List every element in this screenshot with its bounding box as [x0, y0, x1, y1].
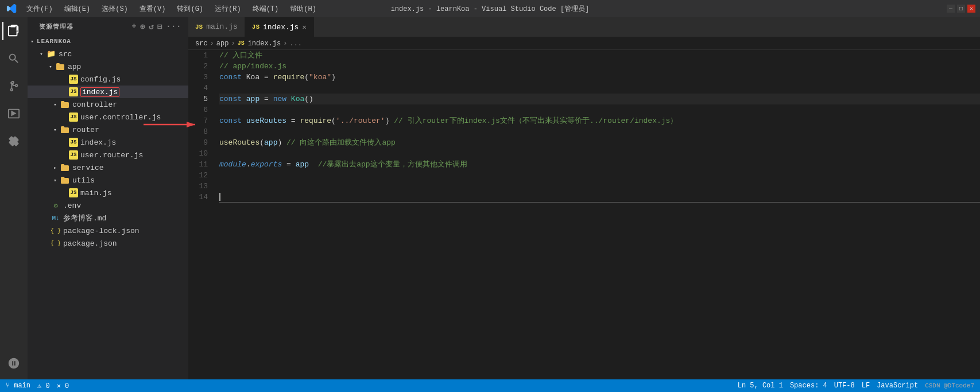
- line-num-2: 2: [191, 61, 208, 72]
- menu-file[interactable]: 文件(F): [22, 3, 57, 15]
- close-button[interactable]: ✕: [967, 5, 975, 13]
- tree-item-learnkoa[interactable]: ▾ LEARNKOA: [28, 35, 188, 48]
- breadcrumb: src › app › JS index.js › ...: [188, 37, 980, 50]
- status-spaces[interactable]: Spaces: 4: [790, 382, 827, 390]
- tree-label-routerindexjs: index.js: [80, 138, 116, 147]
- status-attribution: CSDN @DTcode7: [925, 382, 974, 389]
- tab-close-indexjs[interactable]: ✕: [302, 23, 306, 32]
- tree-item-env[interactable]: ▸ ⚙ .env: [28, 199, 188, 212]
- folder-icon-app: [55, 61, 65, 72]
- eq-11: =: [282, 159, 295, 170]
- new-file-icon[interactable]: +: [131, 22, 137, 32]
- tree-item-packagejson[interactable]: ▸ { } package.json: [28, 237, 188, 250]
- tree-label-router: router: [72, 126, 99, 134]
- code-line-9: useRoutes(app) // 向这个路由加载文件传入app: [219, 137, 980, 148]
- tree-item-controller[interactable]: ▾ controller: [28, 98, 188, 111]
- more-icon[interactable]: ···: [166, 22, 181, 32]
- source-control-activity-icon[interactable]: [2, 75, 25, 98]
- tree-item-userrouterjs[interactable]: ▸ JS user.router.js: [28, 149, 188, 161]
- line-num-1: 1: [191, 50, 208, 61]
- sidebar-header: 资源管理器 + ⊕ ↺ ⊟ ···: [28, 17, 188, 34]
- paren-close-7: ): [385, 115, 394, 126]
- line-num-10: 10: [191, 148, 208, 159]
- search-activity-icon[interactable]: [2, 47, 25, 70]
- run-activity-icon[interactable]: [2, 102, 25, 125]
- window-controls[interactable]: — □ ✕: [947, 5, 975, 13]
- tab-icon-mainjs: JS: [195, 24, 203, 30]
- comment-7: // 引入router下的index.js文件（不写出来其实等价于../rout…: [394, 115, 677, 126]
- window-title: index.js - learnKoa - Visual Studio Code…: [391, 4, 590, 14]
- remote-activity-icon[interactable]: [2, 352, 25, 375]
- eq-5: =: [264, 94, 273, 104]
- menu-view[interactable]: 查看(V): [135, 3, 171, 15]
- code-editor[interactable]: 1 2 3 4 5 6 7 8 9 10 11 12 13 14 // 入口文件: [188, 50, 980, 379]
- comment-1: // 入口文件: [219, 50, 262, 61]
- tree-root-label: LEARNKOA: [37, 38, 71, 45]
- tree-item-app[interactable]: ▾ app: [28, 60, 188, 73]
- breadcrumb-sep1: ›: [210, 40, 214, 48]
- editor-area: JS main.js JS index.js ✕ src › app › JS …: [188, 17, 980, 379]
- tree-label-indexjs: index.js: [80, 87, 119, 97]
- explorer-activity-icon[interactable]: [2, 20, 25, 42]
- maximize-button[interactable]: □: [957, 5, 965, 13]
- tab-indexjs[interactable]: JS index.js ✕: [245, 17, 314, 37]
- tree-item-utilsmainjs[interactable]: ▸ JS main.js: [28, 187, 188, 199]
- menu-select[interactable]: 选择(S): [97, 3, 133, 15]
- line-num-4: 4: [191, 83, 208, 94]
- code-line-7: const useRoutes = require('../router') /…: [219, 115, 980, 126]
- menu-goto[interactable]: 转到(G): [172, 3, 208, 15]
- collapse-icon[interactable]: ⊟: [157, 22, 162, 32]
- tree-item-packagelockjson[interactable]: ▸ { } package-lock.json: [28, 224, 188, 237]
- tree-item-router[interactable]: ▾ router: [28, 123, 188, 136]
- paren-open-3: (: [304, 72, 309, 83]
- status-errors[interactable]: ✕ 0: [57, 382, 69, 390]
- tree-label-userrouterjs: user.router.js: [80, 151, 143, 160]
- status-language[interactable]: JavaScript: [877, 382, 918, 390]
- tree-arrow-src: ▾: [37, 49, 46, 59]
- status-warnings[interactable]: ⚠ 0: [37, 382, 50, 390]
- breadcrumb-src: src: [195, 40, 208, 48]
- tab-mainjs[interactable]: JS main.js: [188, 17, 245, 37]
- tree-label-src: src: [59, 50, 72, 59]
- tree-item-service[interactable]: ▸ service: [28, 161, 188, 174]
- tree-item-routerindexjs[interactable]: ▸ JS index.js: [28, 136, 188, 149]
- menu-terminal[interactable]: 终端(T): [248, 3, 284, 15]
- parens-5: (): [304, 94, 313, 104]
- tree-item-usercontrollerjs[interactable]: ▸ JS user.controller.js: [28, 111, 188, 123]
- line-num-11: 11: [191, 159, 208, 170]
- refresh-icon[interactable]: ↺: [149, 22, 154, 32]
- tab-label-indexjs: index.js: [263, 23, 299, 32]
- folder-icon-controller: [60, 99, 70, 110]
- var-app-11: app: [296, 159, 309, 170]
- breadcrumb-indexjs: index.js: [248, 40, 281, 48]
- status-encoding[interactable]: UTF-8: [834, 382, 855, 390]
- code-content[interactable]: // 入口文件 // app/index.js const Koa = requ…: [215, 50, 980, 379]
- breadcrumb-app: app: [216, 40, 229, 48]
- tree-item-src[interactable]: ▾ 📁 src: [28, 48, 188, 60]
- status-cursor[interactable]: Ln 5, Col 1: [738, 382, 783, 390]
- line-num-8: 8: [191, 126, 208, 137]
- status-eol[interactable]: LF: [862, 382, 870, 390]
- menu-help[interactable]: 帮助(H): [285, 3, 321, 15]
- code-line-6: [219, 104, 980, 115]
- minimize-button[interactable]: —: [947, 5, 955, 13]
- status-bar: ⑂ main ⚠ 0 ✕ 0 Ln 5, Col 1 Spaces: 4 UTF…: [0, 379, 980, 392]
- keyword-const-3: const: [219, 72, 246, 83]
- menu-bar[interactable]: 文件(F) 编辑(E) 选择(S) 查看(V) 转到(G) 运行(R) 终端(T…: [22, 3, 321, 15]
- keyword-const-5: const: [219, 94, 246, 104]
- env-icon: ⚙: [51, 200, 61, 211]
- tree-item-indexjs[interactable]: ▸ JS index.js: [28, 86, 188, 98]
- tree-label-utils: utils: [72, 176, 95, 185]
- status-branch[interactable]: ⑂ main: [6, 382, 30, 390]
- new-folder-icon[interactable]: ⊕: [140, 22, 145, 32]
- comment-11: //暴露出去app这个变量，方便其他文件调用: [318, 159, 467, 170]
- tab-bar: JS main.js JS index.js ✕: [188, 17, 980, 37]
- tree-arrow-app: ▾: [46, 62, 55, 71]
- tree-item-refmd[interactable]: ▸ M↓ 参考博客.md: [28, 212, 188, 224]
- menu-run[interactable]: 运行(R): [210, 3, 246, 15]
- tree-label-packagejson: package.json: [63, 239, 117, 248]
- tree-item-configjs[interactable]: ▸ JS config.js: [28, 73, 188, 86]
- menu-edit[interactable]: 编辑(E): [60, 3, 95, 15]
- extensions-activity-icon[interactable]: [2, 130, 25, 153]
- tree-item-utils[interactable]: ▾ utils: [28, 174, 188, 187]
